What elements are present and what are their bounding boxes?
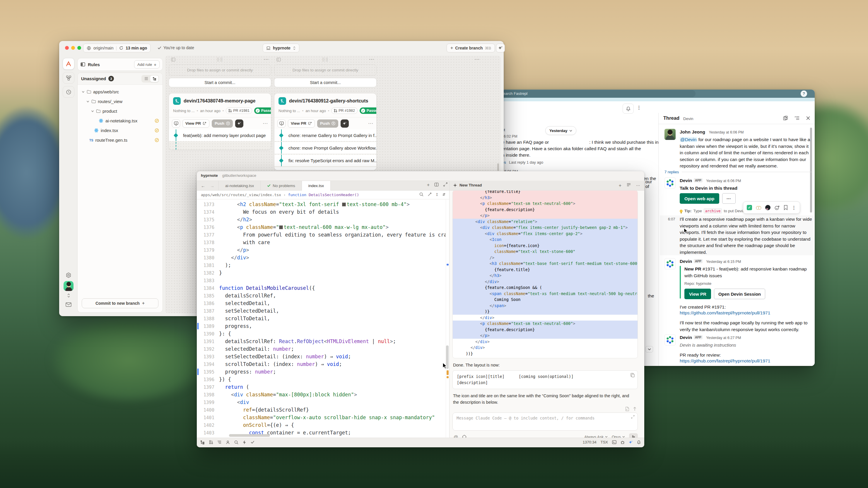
- code-line[interactable]: 1383: [197, 276, 446, 284]
- code-line[interactable]: 1378 with care: [197, 238, 446, 246]
- commit-row[interactable]: fix: resolve TypeScript errors and add r…: [274, 155, 376, 166]
- code-line[interactable]: 1395 progress: number;: [197, 368, 446, 376]
- code-line[interactable]: 1398 <div className="max-[800px]:block h…: [197, 391, 446, 398]
- tab-ai-notetaking[interactable]: ai-notetaking.tsx: [218, 181, 260, 190]
- more-options-icon[interactable]: ⋮: [637, 105, 641, 110]
- replies-count[interactable]: 7 replies: [664, 170, 679, 174]
- new-thread-button[interactable]: +: [619, 183, 621, 188]
- code-line[interactable]: 1380 </div>: [197, 254, 446, 261]
- code-line[interactable]: 1385 detailsScrollRef,: [197, 292, 446, 299]
- zap-icon[interactable]: [243, 440, 246, 444]
- commit-to-new-branch-button[interactable]: Commit to new branch +: [82, 298, 158, 308]
- author-name[interactable]: John Jeong: [680, 129, 705, 134]
- pr-link[interactable]: https://github.com/fastrepl/hyprnote/pul…: [680, 310, 770, 316]
- code-line[interactable]: 1375 </h2>: [197, 216, 446, 223]
- base-branch-pill[interactable]: origin/main | 13 min ago: [83, 44, 151, 53]
- check-reaction-button[interactable]: ✓: [747, 205, 752, 210]
- branch-menu-icon[interactable]: ⋯: [368, 120, 373, 127]
- replies-divider[interactable]: 7 replies: [664, 170, 812, 174]
- canvas-scrollbar[interactable]: [497, 163, 499, 171]
- tree-folder-row[interactable]: product: [78, 106, 162, 116]
- chevron-down-icon[interactable]: [91, 110, 94, 113]
- list-view-button[interactable]: [142, 75, 150, 82]
- branch-name[interactable]: devin/1764380912-gallery-shortcuts: [289, 98, 368, 104]
- author-name[interactable]: Devin: [680, 259, 692, 264]
- tree-file-row[interactable]: index.tsx: [78, 126, 162, 135]
- copy-icon[interactable]: [630, 373, 634, 377]
- assistant-sparkle-icon[interactable]: [629, 440, 633, 444]
- code-line[interactable]: 1381 );: [197, 261, 446, 269]
- more-button[interactable]: ···: [722, 193, 736, 204]
- ai-actions-button[interactable]: [496, 44, 505, 53]
- review-button[interactable]: [172, 120, 180, 128]
- lane-menu-icon[interactable]: ⋯: [369, 56, 374, 62]
- view-pr-button[interactable]: View PR: [182, 120, 209, 128]
- lane-menu-icon[interactable]: ⋯: [474, 56, 480, 62]
- pr-pill[interactable]: PR #1981: [226, 107, 252, 114]
- nav-back-button[interactable]: ←: [201, 183, 205, 188]
- start-commit-button[interactable]: Start a commit...: [274, 78, 377, 87]
- tab-index-tsx[interactable]: index.tsx: [302, 181, 331, 191]
- permission-mode-picker[interactable]: Always Ask: [584, 435, 608, 438]
- more-actions-icon[interactable]: ⋮: [792, 205, 796, 210]
- lane-dropzone[interactable]: Drop files to assign or commit directly: [274, 64, 377, 75]
- branch-name[interactable]: devin/1764380749-memory-page: [184, 98, 255, 104]
- lane-dropzone[interactable]: Drop files to assign or commit directly: [169, 64, 271, 75]
- scroll-to-top-icon[interactable]: [633, 406, 637, 411]
- collab-icon[interactable]: [226, 440, 230, 444]
- push-button[interactable]: Push: [212, 120, 233, 128]
- branches-tab[interactable]: [63, 72, 74, 84]
- commit-row[interactable]: chore: move Prompt Gallery above Workflo…: [274, 142, 376, 154]
- code-line[interactable]: 1382}: [197, 269, 446, 276]
- code-line[interactable]: 1394 scrollToDetail: (index: number) ⇒ v…: [197, 360, 446, 368]
- tree-view-button[interactable]: [150, 75, 158, 82]
- pr-link[interactable]: https://github.com/fastrepl/hyprnote/pul…: [680, 358, 770, 364]
- start-commit-button[interactable]: Start a commit...: [169, 78, 271, 87]
- view-pr-button[interactable]: View PR: [288, 120, 315, 128]
- panel-menu-icon[interactable]: ⋯: [636, 183, 640, 188]
- code-line[interactable]: 1391 detailsScrollRef: React.RefObject<H…: [197, 337, 446, 345]
- commit-row[interactable]: feat(web): add memory layer product page: [169, 129, 271, 141]
- collapse-rail-button[interactable]: [63, 292, 74, 299]
- code-line[interactable]: 1386 selectedDetail,: [197, 299, 446, 307]
- commit-row[interactable]: chore: rename Gallery to Prompt Gallery …: [274, 129, 376, 141]
- split-pane-icon[interactable]: [434, 183, 439, 187]
- notifications-bell-button[interactable]: [623, 104, 634, 113]
- ai-commit-button[interactable]: [235, 120, 243, 128]
- message-input[interactable]: Message Claude Code — @ to include conte…: [453, 413, 638, 431]
- tab-diagnostics[interactable]: No problems: [260, 181, 302, 190]
- code-line[interactable]: 1399 <div: [197, 398, 446, 406]
- author-name[interactable]: Devin: [680, 335, 692, 340]
- code-line[interactable]: 1377 From powerful editing to seamless o…: [197, 231, 446, 238]
- ci-status-badge[interactable]: ✓Passed: [254, 107, 271, 114]
- thread-options-icon[interactable]: [794, 116, 800, 121]
- ci-status-badge[interactable]: ✓Passed: [360, 107, 377, 114]
- code-line[interactable]: 1396}) {: [197, 376, 446, 383]
- code-line[interactable]: 1397 return (: [197, 383, 446, 391]
- model-picker[interactable]: Opus: [612, 435, 625, 438]
- feedback-button[interactable]: [63, 299, 74, 310]
- new-tab-button[interactable]: +: [427, 183, 430, 188]
- author-name[interactable]: Devin: [680, 178, 692, 183]
- close-icon[interactable]: [806, 116, 811, 121]
- bookmark-icon[interactable]: [784, 205, 788, 210]
- breadcrumb[interactable]: apps/web/src/routes/_view/index.tsx › fu…: [197, 191, 449, 199]
- mention[interactable]: @Devin: [680, 137, 697, 142]
- language-mode[interactable]: TSX: [601, 440, 608, 444]
- code-line[interactable]: 1388 scrollToDetail,: [197, 315, 446, 322]
- add-reaction-icon[interactable]: [774, 205, 780, 210]
- expand-input-icon[interactable]: [631, 415, 634, 419]
- close-window-button[interactable]: [65, 46, 69, 50]
- code-line[interactable]: 1390}: {: [197, 330, 446, 337]
- scroll-down-button[interactable]: [645, 346, 653, 353]
- settings-button[interactable]: [63, 270, 74, 281]
- horizontal-scrollbar[interactable]: [229, 434, 270, 437]
- code-line[interactable]: 1392 selectedDetail: number;: [197, 345, 446, 353]
- push-button[interactable]: Push: [317, 120, 338, 128]
- zoom-window-button[interactable]: [77, 46, 81, 50]
- bell-icon[interactable]: [637, 440, 641, 444]
- user-avatar[interactable]: [64, 281, 73, 291]
- expand-icon[interactable]: [443, 183, 447, 187]
- code-line[interactable]: 1393 setSelectedDetail: (index: number) …: [197, 353, 446, 360]
- minimize-window-button[interactable]: [71, 46, 75, 50]
